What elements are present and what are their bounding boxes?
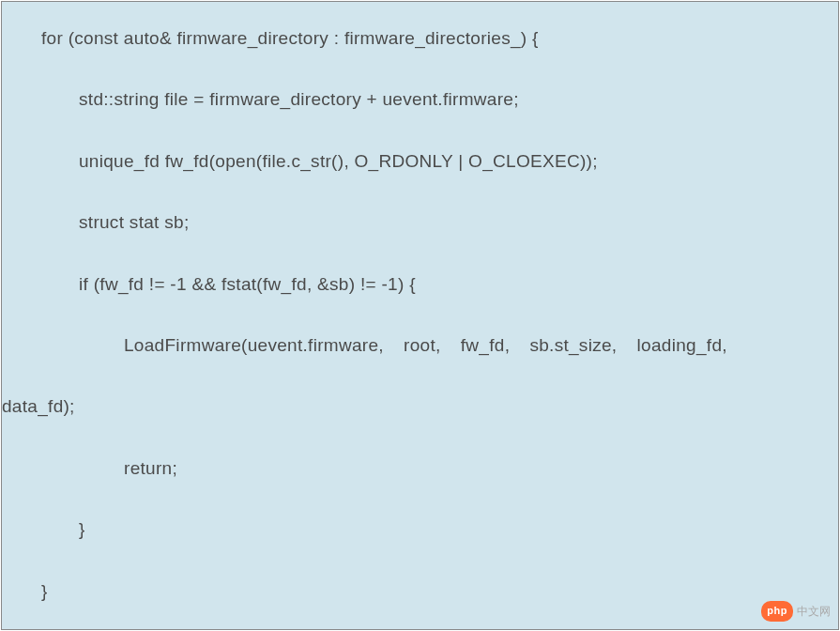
code-line-return: return; bbox=[2, 454, 838, 483]
code-line-datafd: data_fd); bbox=[2, 392, 838, 421]
code-line-if: if (fw_fd != -1 && fstat(fw_fd, &sb) != … bbox=[2, 270, 838, 299]
watermark-text: 中文网 bbox=[797, 603, 831, 621]
code-line-for: for (const auto& firmware_directory : fi… bbox=[2, 24, 838, 53]
code-line-unique-fd: unique_fd fw_fd(open(file.c_str(), O_RDO… bbox=[2, 147, 838, 176]
code-line-close-for: } bbox=[2, 577, 838, 606]
code-line-string-decl: std::string file = firmware_directory + … bbox=[2, 85, 838, 114]
watermark: php 中文网 bbox=[761, 601, 831, 622]
code-line-loadfirmware: LoadFirmware(uevent.firmware, root, fw_f… bbox=[2, 331, 838, 360]
code-line-close-if: } bbox=[2, 516, 838, 544]
php-badge: php bbox=[761, 601, 793, 622]
code-line-struct: struct stat sb; bbox=[2, 208, 838, 237]
code-block: for (const auto& firmware_directory : fi… bbox=[1, 1, 839, 630]
